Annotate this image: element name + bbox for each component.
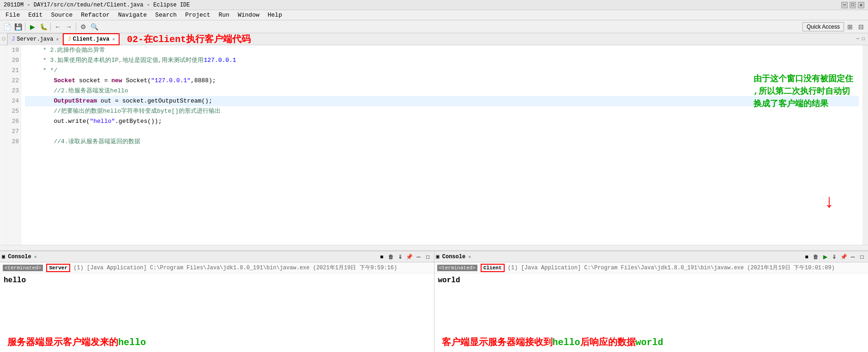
client-tab-label: Client.java (73, 36, 109, 42)
editor-vscroll[interactable] (862, 45, 868, 245)
tab-server-java[interactable]: J Server.java ✕ (7, 33, 63, 45)
console-minimize-btn-right[interactable]: ─ (849, 253, 857, 261)
menu-help[interactable]: Help (264, 11, 286, 19)
client-label-tag: Client (481, 264, 505, 272)
code-line-27 (25, 127, 859, 137)
layout-btn-1[interactable]: ⊞ (845, 22, 855, 32)
code-line-19: * 2.此操作会抛出异常 (25, 45, 859, 55)
console-left-controls: ■ 🗑 ⇓ 📌 ─ □ (378, 253, 432, 261)
menu-search[interactable]: Search (151, 11, 181, 19)
close-btn[interactable]: ✕ (858, 2, 864, 8)
sep2 (50, 23, 51, 31)
console-output-server: hello (0, 273, 434, 332)
console-title-client: Console (442, 254, 465, 260)
server-label-tag: Server (46, 264, 70, 272)
maximize-btn[interactable]: □ (850, 2, 856, 8)
server-tab-icon: J (12, 36, 15, 42)
console-maximize-btn[interactable]: □ (424, 253, 432, 261)
client-tab-icon: J (67, 36, 71, 42)
code-line-21: * */ (25, 66, 859, 76)
menu-edit[interactable]: Edit (24, 11, 46, 19)
tab-annotation: 02-在Client执行客户端代码 (120, 32, 855, 46)
save-btn[interactable]: 💾 (13, 22, 23, 32)
main-area: ⬡ J Server.java ✕ J Client.java ✕ 02-在Cl… (0, 33, 868, 352)
code-line-28: //4.读取从服务器端返回的数据 (25, 137, 859, 147)
annotation-world-text: world (636, 337, 663, 348)
console-clear-btn-right[interactable]: 🗑 (812, 253, 820, 261)
console-title-server: Console (8, 254, 31, 260)
console-close-icon: ✕ (34, 254, 37, 260)
console-pin-btn-right[interactable]: 📌 (839, 253, 848, 261)
menu-window[interactable]: Window (234, 11, 263, 19)
editor-area: ⬡ J Server.java ✕ J Client.java ✕ 02-在Cl… (0, 33, 868, 250)
server-run-info: (1) [Java Application] C:\Program Files\… (73, 265, 397, 271)
menu-refactor[interactable]: Refactor (77, 11, 113, 19)
arrow-annotation: ↓ (824, 198, 835, 208)
console-annotation-server: 服务器端显示客户端发来的hello (0, 332, 434, 352)
console-output-client: world (434, 273, 868, 332)
quick-access-button[interactable]: Quick Access (802, 22, 844, 31)
new-btn[interactable]: 📄 (2, 22, 12, 32)
console-close-icon-right: ✕ (468, 254, 471, 260)
console-minimize-btn[interactable]: ─ (415, 253, 423, 261)
menu-navigate[interactable]: Navigate (115, 11, 151, 19)
sep3 (76, 23, 76, 31)
terminated-tag-client: <terminated> (437, 265, 477, 271)
console-annotation-client: 客户端显示服务器端接收到hello后响应的数据world (434, 332, 868, 352)
annotation-hello-text: hello (553, 337, 580, 348)
sep1 (25, 23, 25, 31)
client-run-info: (1) [Java Application] C:\Program Files\… (508, 265, 835, 271)
line-numbers: 19 20 21 22 23 24 25 26 27 28 (6, 45, 21, 245)
minimize-btn[interactable]: — (841, 2, 848, 8)
debug-btn[interactable]: 🐛 (38, 22, 48, 32)
console-header-client: ▣ Console ✕ ■ 🗑 ▶ ⇓ 📌 ─ □ (434, 251, 868, 262)
tool-btn-2[interactable]: 🔍 (89, 22, 99, 32)
menu-run[interactable]: Run (215, 11, 233, 19)
code-editor: 19 20 21 22 23 24 25 26 27 28 * 2.此操作会抛出… (0, 45, 868, 245)
console-panel-client: ▣ Console ✕ ■ 🗑 ▶ ⇓ 📌 ─ □ <terminated> C… (434, 251, 868, 352)
layout-btn-2[interactable]: ⊟ (856, 22, 866, 32)
server-tab-close[interactable]: ✕ (56, 36, 59, 42)
console-maximize-btn-right[interactable]: □ (858, 253, 866, 261)
console-stop-btn[interactable]: ■ (378, 253, 386, 261)
console-annotation-hello: hello (118, 337, 146, 348)
tab-client-java[interactable]: J Client.java ✕ (63, 33, 119, 45)
run-btn[interactable]: ▶ (27, 22, 37, 32)
code-content[interactable]: * 2.此操作会抛出异常 * 3.如果使用的是本机的IP,地址是固定值,用来测试… (21, 45, 862, 245)
gutter-bookmarks (0, 45, 6, 54)
console-panel-server: ▣ Console ✕ ■ 🗑 ⇓ 📌 ─ □ <terminated> Ser… (0, 251, 434, 352)
console-terminated-client: <terminated> Client (1) [Java Applicatio… (434, 262, 868, 273)
toolbar: 📄 💾 ▶ 🐛 ← → ⚙ 🔍 Quick Access ⊞ ⊟ (0, 20, 868, 33)
console-scroll-btn-right[interactable]: ⇓ (830, 253, 838, 261)
console-run-btn-right[interactable]: ▶ (821, 253, 829, 261)
console-header-server: ▣ Console ✕ ■ 🗑 ⇓ 📌 ─ □ (0, 251, 434, 262)
tab-bar-right-controls: ─ □ (855, 36, 868, 42)
console-pin-btn[interactable]: 📌 (405, 253, 414, 261)
window-controls: — □ ✕ (841, 2, 864, 8)
editor-hscroll[interactable] (0, 245, 868, 250)
tool-btn-1[interactable]: ⚙ (78, 22, 88, 32)
code-line-20: * 3.如果使用的是本机的IP,地址是固定值,用来测试时使用127.0.0.1 (25, 55, 859, 66)
console-icon-client: ▣ (436, 253, 440, 260)
code-line-25: //把要输出的数据hello字符串转变成byte[]的形式进行输出 (25, 106, 859, 116)
tab-bar: ⬡ J Server.java ✕ J Client.java ✕ 02-在Cl… (0, 33, 868, 45)
menu-source[interactable]: Source (47, 11, 76, 19)
title-bar: 2011DM - DAY17/src/cn/tedu/net/Client.ja… (0, 0, 868, 10)
code-line-26: out.write("hello".getBytes()); (25, 116, 859, 127)
menu-file[interactable]: File (2, 11, 24, 19)
back-btn[interactable]: ← (53, 22, 63, 32)
client-tab-close[interactable]: ✕ (112, 36, 115, 42)
code-line-23: //2.给服务器端发送hello (25, 86, 859, 96)
console-right-controls: ■ 🗑 ▶ ⇓ 📌 ─ □ (802, 253, 866, 261)
menu-project[interactable]: Project (181, 11, 214, 19)
console-scroll-lock-btn[interactable]: ⇓ (396, 253, 404, 261)
console-terminated-server: <terminated> Server (1) [Java Applicatio… (0, 262, 434, 273)
server-tab-label: Server.java (17, 36, 53, 42)
maximize-editor-btn[interactable]: □ (861, 36, 866, 42)
console-clear-btn[interactable]: 🗑 (387, 253, 395, 261)
code-line-22: Socket socket = new Socket("127.0.0.1",8… (25, 76, 859, 86)
window-title: 2011DM - DAY17/src/cn/tedu/net/Client.ja… (4, 2, 190, 8)
forward-btn[interactable]: → (64, 22, 74, 32)
minimize-editor-btn[interactable]: ─ (855, 36, 861, 42)
console-stop-btn-right[interactable]: ■ (802, 253, 811, 261)
